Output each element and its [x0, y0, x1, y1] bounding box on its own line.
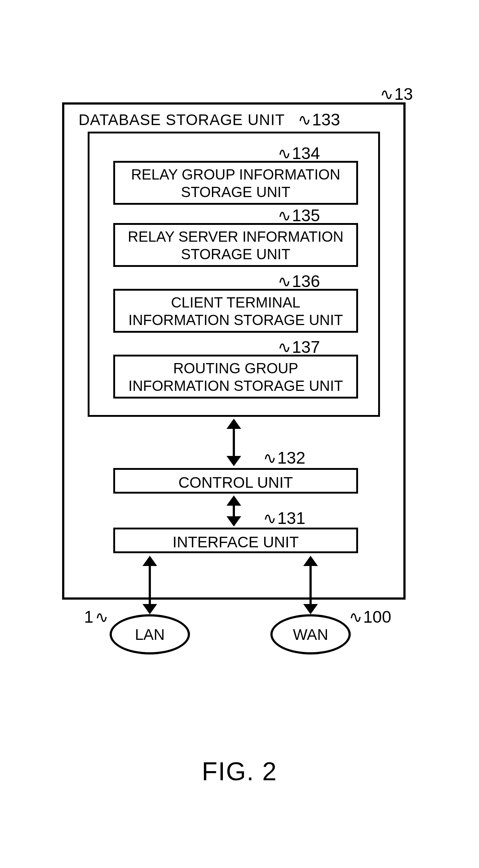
ref-13-text: 13 — [394, 84, 413, 103]
ref-133: ∿133 — [298, 110, 340, 129]
arrow-interface-to-lan — [142, 556, 157, 614]
ref-134: ∿134 — [278, 143, 320, 163]
u137-line1: ROUTING GROUP — [173, 360, 298, 376]
ref-13: ∿13 — [380, 84, 413, 104]
u135-line1: RELAY SERVER INFORMATION — [128, 229, 344, 245]
wan-node: WAN — [270, 614, 351, 654]
u134-line1: RELAY GROUP INFORMATION — [131, 166, 341, 182]
control-unit-label: CONTROL UNIT — [178, 474, 293, 491]
control-unit: CONTROL UNIT — [113, 468, 358, 494]
database-storage-unit-label: DATABASE STORAGE UNIT — [79, 111, 285, 129]
diagram-canvas: ∿13 DATABASE STORAGE UNIT ∿133 ∿134 RELA… — [0, 0, 479, 868]
arrow-db-to-control — [227, 419, 241, 466]
interface-unit-label: INTERFACE UNIT — [172, 533, 299, 551]
ref-1: 1∿ — [84, 607, 109, 627]
ref-137: ∿137 — [278, 337, 320, 357]
ref-135-text: 135 — [292, 206, 320, 225]
arrow-interface-to-wan — [303, 556, 318, 614]
ref-134-text: 134 — [292, 144, 320, 163]
interface-unit: INTERFACE UNIT — [113, 528, 358, 553]
wan-label: WAN — [293, 626, 328, 643]
ref-1-text: 1 — [84, 607, 94, 626]
ref-133-text: 133 — [312, 110, 340, 129]
routing-group-info-storage-unit: ROUTING GROUP INFORMATION STORAGE UNIT — [113, 355, 358, 399]
ref-136: ∿136 — [278, 271, 320, 291]
ref-135: ∿135 — [278, 205, 320, 225]
ref-136-text: 136 — [292, 272, 320, 291]
lan-node: LAN — [110, 614, 190, 654]
ref-137-text: 137 — [292, 337, 320, 356]
ref-132: ∿132 — [263, 448, 305, 468]
figure-caption: FIG. 2 — [0, 757, 479, 786]
u136-line2: INFORMATION STORAGE UNIT — [128, 312, 343, 328]
ref-100-text: 100 — [363, 607, 391, 626]
u137-line2: INFORMATION STORAGE UNIT — [128, 378, 343, 394]
u136-line1: CLIENT TERMINAL — [171, 294, 300, 310]
ref-100: ∿100 — [349, 607, 391, 627]
u134-line2: STORAGE UNIT — [181, 184, 290, 200]
ref-132-text: 132 — [277, 448, 305, 467]
relay-group-info-storage-unit: RELAY GROUP INFORMATION STORAGE UNIT — [113, 161, 358, 205]
u135-line2: STORAGE UNIT — [181, 246, 290, 262]
ref-131: ∿131 — [263, 508, 305, 528]
ref-131-text: 131 — [277, 509, 305, 528]
relay-server-info-storage-unit: RELAY SERVER INFORMATION STORAGE UNIT — [113, 223, 358, 267]
lan-label: LAN — [135, 626, 165, 643]
client-terminal-info-storage-unit: CLIENT TERMINAL INFORMATION STORAGE UNIT — [113, 289, 358, 333]
arrow-control-to-interface — [227, 495, 241, 527]
